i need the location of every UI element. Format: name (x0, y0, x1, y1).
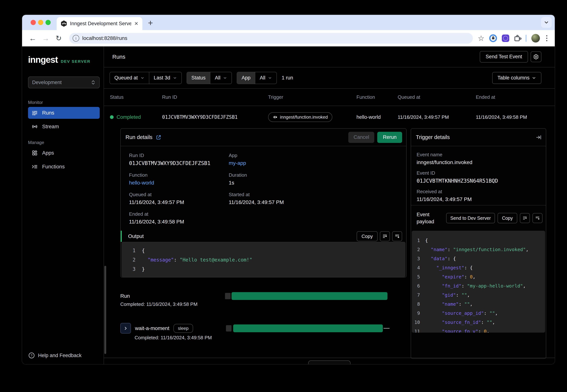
close-window-button[interactable] (31, 20, 36, 25)
sidebar: inngest DEV SERVER Development Monitor R… (22, 46, 104, 364)
zoom-window-button[interactable] (45, 20, 51, 25)
site-info-icon[interactable]: i (72, 35, 79, 42)
status-text: Completed (117, 114, 141, 120)
help-and-feedback[interactable]: ? Help and Feedback (28, 352, 82, 359)
sidebar-section-monitor: Monitor (28, 100, 104, 105)
column-queued-at: Queued at (398, 94, 476, 100)
app-filter-value[interactable]: All (255, 72, 276, 84)
event-payload-header: Event payload Send to Dev Server Copy (411, 205, 546, 231)
word-wrap-icon (382, 234, 387, 239)
trigger-name: inngest/function.invoked (280, 114, 328, 120)
load-more-button[interactable] (308, 361, 351, 364)
time-field-select[interactable]: Queued at (110, 72, 149, 84)
toolbar-separator (525, 35, 526, 42)
event-name-value: inngest/function.invoked (417, 159, 540, 165)
purple-extension-icon[interactable] (502, 35, 509, 42)
run-details-title: Run details (126, 134, 152, 140)
reload-icon[interactable]: ↻ (53, 34, 64, 42)
scroll-to-bottom-button[interactable] (392, 231, 402, 241)
back-icon[interactable]: ← (27, 34, 38, 42)
time-filter[interactable]: Queued at Last 3d (110, 72, 182, 84)
status-filter-label: Status (187, 72, 210, 84)
page-header: Runs Send Test Event (104, 46, 555, 67)
collapse-panel-icon[interactable] (536, 134, 542, 140)
forward-icon[interactable]: → (40, 34, 51, 42)
updown-chevron-icon (91, 79, 96, 85)
minimize-window-button[interactable] (38, 20, 43, 25)
table-header: Status Run ID Trigger Function Queued at… (104, 89, 555, 106)
word-wrap-icon (523, 216, 527, 221)
environment-selector[interactable]: Development (28, 76, 100, 88)
browser-menu-icon[interactable] (545, 35, 549, 41)
status-filter[interactable]: Status All (187, 72, 232, 84)
app-filter[interactable]: App All (237, 72, 277, 84)
sidebar-item-runs[interactable]: Runs (28, 107, 100, 119)
table-columns-button[interactable]: Table columns (492, 72, 541, 84)
bookmark-star-icon[interactable]: ☆ (478, 34, 484, 42)
started-at-label: Started at (229, 192, 402, 197)
tab-search-chevron-button[interactable] (541, 17, 552, 28)
event-id-value: 01JCVBTMTKNHNHZ3SN64R51BQD (417, 178, 540, 184)
tab-close-icon[interactable]: ✕ (134, 21, 138, 27)
word-wrap-button[interactable] (380, 231, 390, 241)
scroll-to-bottom-button[interactable] (532, 213, 542, 223)
output-code[interactable]: 1{2 "message": "Hello test@example.com!"… (121, 242, 406, 277)
ended-at-value: 11/16/2024, 3:49:58 PM (129, 219, 229, 225)
external-link-icon[interactable] (156, 135, 161, 140)
scrollbar-thumb[interactable] (104, 266, 106, 354)
rerun-button[interactable]: Rerun (377, 132, 402, 143)
copy-payload-button[interactable]: Copy (497, 213, 517, 223)
timeline-run-queued-segment (225, 293, 231, 299)
browser-window: Inngest Development Server ✕ + ← → ↻ i l… (22, 14, 555, 364)
started-at-value: 11/16/2024, 3:49:57 PM (229, 199, 402, 205)
sidebar-item-label: Runs (42, 110, 54, 116)
browser-tab[interactable]: Inngest Development Server ✕ (57, 17, 142, 30)
gear-icon (533, 54, 539, 60)
event-payload-code[interactable]: 1{2 "name": "inngest/function.invoked",3… (412, 231, 545, 333)
sidebar-item-stream[interactable]: Stream (28, 121, 100, 133)
step-expander-button[interactable] (120, 323, 131, 334)
queued-at-label: Queued at (129, 192, 229, 197)
word-wrap-button[interactable] (520, 213, 530, 223)
extensions-puzzle-icon[interactable] (514, 35, 521, 42)
sidebar-item-apps[interactable]: Apps (28, 147, 100, 159)
password-extension-icon[interactable] (489, 34, 497, 42)
browser-tab-strip: Inngest Development Server ✕ + (22, 15, 555, 30)
send-to-dev-server-button[interactable]: Send to Dev Server (446, 213, 495, 223)
timeline-run-completed: Completed: 11/16/2024, 3:49:58 PM (120, 301, 198, 307)
send-test-event-button[interactable]: Send Test Event (480, 51, 528, 63)
sidebar-section-manage: Manage (28, 140, 104, 145)
column-ended-at: Ended at (476, 94, 555, 100)
copy-output-button[interactable]: Copy (357, 231, 378, 241)
new-tab-button[interactable]: + (148, 18, 153, 28)
chevron-down-icon (532, 76, 536, 80)
url-text: localhost:8288/runs (82, 35, 127, 41)
timeline-run-label: Run (120, 292, 130, 300)
chevron-right-icon (123, 326, 128, 331)
timeline-run-bar[interactable] (231, 292, 387, 300)
column-status: Status (110, 94, 162, 100)
sidebar-item-label: Apps (42, 150, 54, 156)
timeline-step-bar[interactable] (233, 324, 383, 332)
trigger-pill[interactable]: inngest/function.invoked (268, 112, 332, 122)
cancel-button[interactable]: Cancel (348, 132, 374, 143)
chevron-down-icon (544, 20, 549, 25)
queued-at-value: 11/16/2024, 3:49:57 PM (129, 199, 229, 205)
sidebar-item-functions[interactable]: Functions (28, 161, 100, 173)
profile-avatar[interactable] (531, 34, 540, 42)
help-icon: ? (28, 352, 35, 359)
timeline-step-completed: Completed: 11/16/2024, 3:49:58 PM (135, 335, 212, 341)
environment-selector-value: Development (32, 80, 91, 85)
filter-bar: Queued at Last 3d Status All (104, 67, 555, 89)
output-header: Output Copy (121, 231, 406, 242)
timeline-step-end-dash (383, 328, 390, 329)
url-bar[interactable]: i localhost:8288/runs (69, 33, 473, 44)
app-link[interactable]: my-app (229, 160, 402, 166)
status-filter-value[interactable]: All (210, 72, 231, 84)
time-range-select[interactable]: Last 3d (149, 72, 181, 84)
settings-button[interactable] (531, 51, 541, 62)
function-link[interactable]: hello-world (129, 180, 229, 186)
output-title: Output (128, 233, 357, 239)
table-row[interactable]: Completed 01JCVBTMV3WXY9D3CFDEJFZSB1 inn… (104, 106, 555, 128)
svg-text:?: ? (31, 354, 32, 357)
